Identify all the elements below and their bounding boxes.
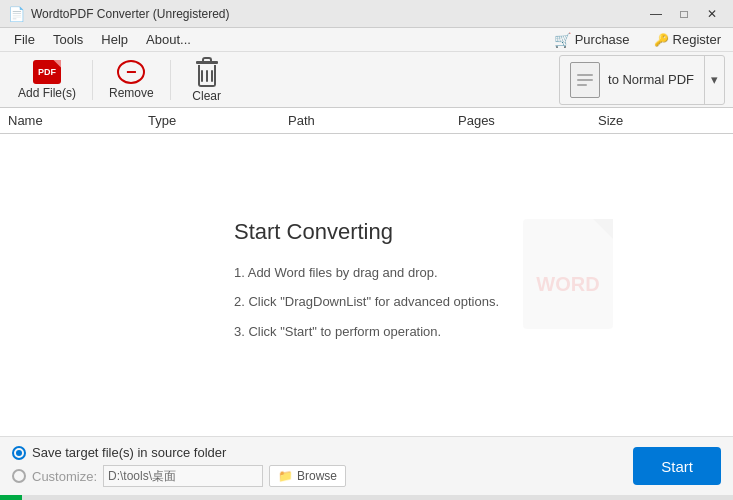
remove-label: Remove [109, 86, 154, 100]
maximize-button[interactable]: □ [671, 4, 697, 24]
customize-row: Customize: 📁 Browse [12, 465, 346, 487]
register-label: Register [673, 32, 721, 47]
title-controls: — □ ✕ [643, 4, 725, 24]
clear-icon [194, 57, 220, 87]
progress-bar-container [0, 495, 733, 500]
menu-help[interactable]: Help [93, 30, 136, 49]
customize-radio[interactable] [12, 469, 26, 483]
customize-option[interactable]: Customize: [12, 469, 97, 484]
menu-right: 🛒 Purchase 🔑 Register [548, 30, 727, 50]
remove-button[interactable]: − Remove [99, 56, 164, 104]
menu-file[interactable]: File [6, 30, 43, 49]
menu-tools[interactable]: Tools [45, 30, 91, 49]
column-name: Name [8, 113, 148, 128]
title-text: WordtoPDF Converter (Unregistered) [31, 7, 230, 21]
dropdown-arrow-button[interactable]: ▾ [704, 56, 724, 104]
toolbar-separator-2 [170, 60, 171, 100]
bottom-bar: Save target file(s) in source folder Cus… [0, 436, 733, 495]
toolbar-separator-1 [92, 60, 93, 100]
watermark: WORD [523, 219, 613, 329]
bottom-left: Save target file(s) in source folder Cus… [12, 445, 346, 487]
instruction-3: 3. Click "Start" to perform operation. [234, 322, 499, 342]
browse-button[interactable]: 📁 Browse [269, 465, 346, 487]
toolbar: PDF Add File(s) − Remove Clear [0, 52, 733, 108]
save-source-option[interactable]: Save target file(s) in source folder [12, 445, 346, 460]
instructions: Start Converting 1. Add Word files by dr… [234, 219, 499, 352]
column-pages: Pages [458, 113, 598, 128]
progress-bar-fill [0, 495, 22, 500]
purchase-icon: 🛒 [554, 32, 571, 48]
clear-button[interactable]: Clear [177, 56, 237, 104]
toolbar-left: PDF Add File(s) − Remove Clear [8, 56, 237, 104]
column-headers: Name Type Path Pages Size [0, 108, 733, 134]
register-icon: 🔑 [654, 33, 669, 47]
add-files-icon: PDF [33, 60, 61, 84]
title-left: 📄 WordtoPDF Converter (Unregistered) [8, 6, 230, 22]
clear-label: Clear [192, 89, 221, 103]
minimize-button[interactable]: — [643, 4, 669, 24]
browse-folder-icon: 📁 [278, 469, 293, 483]
doc-icon [570, 62, 600, 98]
watermark-text: WORD [536, 273, 599, 296]
instruction-1: 1. Add Word files by drag and drop. [234, 263, 499, 283]
save-source-radio[interactable] [12, 446, 26, 460]
instruction-2: 2. Click "DragDownList" for advanced opt… [234, 292, 499, 312]
column-path: Path [288, 113, 458, 128]
menu-bar: File Tools Help About... 🛒 Purchase 🔑 Re… [0, 28, 733, 52]
main-content: WORD Start Converting 1. Add Word files … [0, 134, 733, 436]
customize-label: Customize: [32, 469, 97, 484]
column-type: Type [148, 113, 288, 128]
path-input[interactable] [103, 465, 263, 487]
purchase-button[interactable]: 🛒 Purchase [548, 30, 636, 50]
register-button[interactable]: 🔑 Register [648, 30, 727, 49]
add-files-button[interactable]: PDF Add File(s) [8, 56, 86, 104]
start-button[interactable]: Start [633, 447, 721, 485]
close-button[interactable]: ✕ [699, 4, 725, 24]
main-title: Start Converting [234, 219, 499, 245]
to-normal-pdf-button[interactable]: to Normal PDF [560, 56, 704, 104]
add-files-label: Add File(s) [18, 86, 76, 100]
column-size: Size [598, 113, 725, 128]
purchase-label: Purchase [575, 32, 630, 47]
menu-left: File Tools Help About... [6, 30, 199, 49]
menu-about[interactable]: About... [138, 30, 199, 49]
remove-icon: − [117, 60, 145, 84]
to-pdf-wrapper: to Normal PDF ▾ [559, 55, 725, 105]
save-source-label: Save target file(s) in source folder [32, 445, 226, 460]
app-icon: 📄 [8, 6, 25, 22]
title-bar: 📄 WordtoPDF Converter (Unregistered) — □… [0, 0, 733, 28]
to-pdf-label: to Normal PDF [608, 72, 694, 87]
browse-label: Browse [297, 469, 337, 483]
